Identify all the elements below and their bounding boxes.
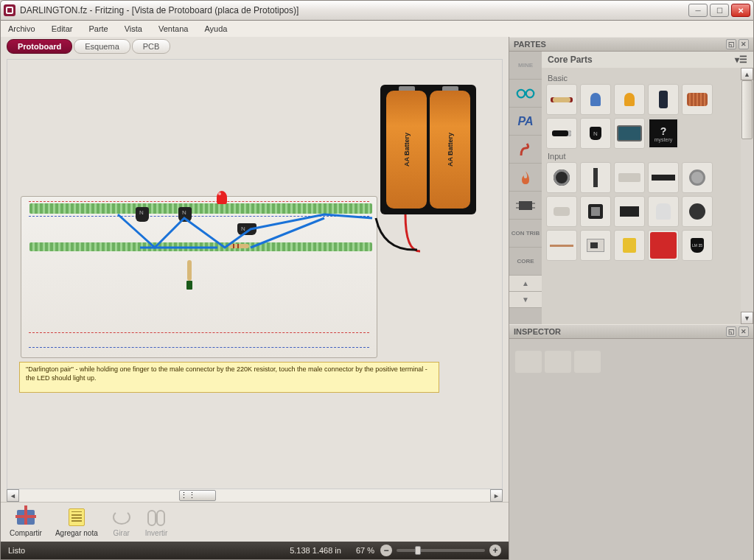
part-encoder[interactable] [546, 162, 577, 193]
part-slide-pot[interactable] [580, 162, 611, 193]
flip-button[interactable]: Invertir [145, 507, 168, 537]
note-icon [69, 508, 85, 526]
view-tabs: Protoboard Esquema PCB [1, 37, 509, 56]
part-lm35[interactable]: LM 35 [682, 230, 713, 261]
window-controls: ─ ☐ ✕ [688, 4, 750, 17]
maximize-button[interactable]: ☐ [710, 4, 729, 17]
breadboard[interactable] [21, 196, 377, 358]
status-text: Listo [8, 546, 25, 555]
menu-bar: Archivo Editar Parte Vista Ventana Ayuda [0, 21, 754, 37]
menu-vista[interactable]: Vista [122, 23, 145, 35]
resistor-220[interactable] [228, 244, 249, 248]
parts-title: Core Parts [548, 55, 593, 65]
minimize-button[interactable]: ─ [688, 4, 708, 17]
part-inductor[interactable] [682, 84, 713, 115]
menu-parte[interactable]: Parte [85, 23, 111, 35]
parts-menu-icon[interactable]: ▾☰ [735, 55, 747, 65]
tab-protoboard[interactable]: Protoboard [7, 39, 72, 54]
zoom-thumb[interactable] [415, 546, 421, 555]
part-electrolytic-cap[interactable] [648, 84, 679, 115]
part-thermistor[interactable] [546, 230, 577, 261]
part-relay[interactable] [580, 230, 611, 261]
part-piezo[interactable] [682, 196, 713, 227]
zoom-in-button[interactable]: + [489, 545, 501, 556]
bin-nav-down[interactable]: ▼ [509, 292, 542, 308]
menu-archivo[interactable]: Archivo [5, 23, 38, 35]
part-battery-clip[interactable] [648, 196, 679, 227]
inspector-slot[interactable] [545, 351, 571, 373]
horizontal-scrollbar[interactable]: ◄ ⋮⋮ ► [7, 489, 503, 502]
panel-dock-button[interactable]: ◱ [726, 39, 736, 49]
scroll-thumb[interactable]: ⋮⋮ [179, 490, 216, 501]
parts-panel-title: PARTES [514, 40, 546, 49]
part-slide-switch[interactable] [614, 162, 645, 193]
bin-arduino[interactable] [509, 80, 542, 108]
tab-esquema[interactable]: Esquema [74, 39, 130, 54]
part-toggle-switch[interactable] [614, 196, 645, 227]
close-button[interactable]: ✕ [731, 4, 750, 17]
parts-title-bar: Core Parts ▾☰ [542, 52, 753, 68]
tie-row-top[interactable] [29, 242, 372, 251]
part-transistor[interactable]: N [580, 118, 611, 149]
part-display[interactable] [614, 118, 645, 149]
part-tilt-switch[interactable] [546, 196, 577, 227]
power-rail-top[interactable] [29, 203, 372, 214]
sticky-note[interactable]: "Darlington pair" - while holding one fi… [19, 362, 439, 393]
connector-male[interactable] [186, 281, 192, 290]
rotate-button[interactable]: Girar [111, 507, 132, 537]
panel-close-button[interactable]: ✕ [739, 39, 749, 49]
share-button[interactable]: Compartir [10, 507, 42, 537]
transistor-1[interactable] [136, 207, 149, 222]
menu-ventana[interactable]: Ventana [156, 23, 191, 35]
bin-mine[interactable]: MINE [509, 52, 542, 80]
flip-icon [147, 510, 165, 525]
scroll-left-button[interactable]: ◄ [7, 489, 19, 502]
zoom-out-button[interactable]: − [380, 545, 392, 556]
menu-editar[interactable]: Editar [49, 23, 76, 35]
inspector-slot[interactable] [574, 351, 601, 373]
inspector-slot[interactable] [515, 351, 542, 373]
add-note-button[interactable]: Agregar nota [55, 507, 98, 537]
scroll-right-button[interactable]: ► [490, 489, 503, 502]
bin-picaxe[interactable] [509, 192, 542, 220]
zoom-text: 67 % [356, 546, 374, 555]
part-pushbutton[interactable] [580, 196, 611, 227]
bin-contrib[interactable]: CON TRIB [509, 220, 542, 248]
led[interactable] [217, 191, 227, 204]
antenna-icon [518, 142, 533, 157]
bin-sparkfun[interactable] [509, 136, 542, 164]
bin-parallax[interactable]: PA [509, 108, 542, 136]
part-ceramic-cap[interactable] [580, 84, 611, 115]
status-bar: Listo 5.138 1.468 in 67 % − + [1, 542, 509, 559]
part-diode[interactable] [546, 118, 577, 149]
bin-core[interactable]: CORE [509, 248, 542, 276]
part-breakout-red[interactable] [648, 230, 679, 261]
inspector-close-button[interactable]: ✕ [739, 326, 749, 337]
part-rotary-knob[interactable] [682, 162, 713, 193]
bin-nav-up[interactable]: ▲ [509, 276, 542, 292]
scroll-track[interactable]: ⋮⋮ [19, 489, 490, 502]
ic-chip[interactable] [237, 223, 256, 235]
scroll-thumb-v[interactable] [741, 80, 753, 139]
scroll-down-button[interactable]: ▼ [741, 312, 753, 324]
menu-ayuda[interactable]: Ayuda [201, 23, 230, 35]
part-tantalum-cap[interactable] [614, 84, 645, 115]
scroll-track-v[interactable] [741, 80, 753, 312]
transistor-2[interactable] [178, 207, 192, 222]
part-yellow-connector[interactable] [614, 230, 645, 261]
canvas[interactable]: AA Battery AA Battery "Darlington pair" … [7, 59, 503, 489]
title-bar: DARLINGTON.fz - Fritzing - [Vista de Pro… [0, 0, 754, 21]
zoom-slider[interactable] [397, 549, 485, 552]
bin-fire[interactable] [509, 164, 542, 192]
note-text: "Darlington pair" - while holding one fi… [26, 365, 427, 382]
part-pin-header[interactable] [648, 162, 679, 193]
battery-pack[interactable]: AA Battery AA Battery [380, 85, 476, 214]
inspector-dock-button[interactable]: ◱ [726, 326, 736, 337]
resistor-220k[interactable] [187, 260, 192, 281]
scroll-up-button[interactable]: ▲ [741, 68, 753, 80]
window-title: DARLINGTON.fz - Fritzing - [Vista de Pro… [20, 5, 688, 15]
part-resistor[interactable] [546, 84, 577, 115]
part-mystery[interactable]: ?mystery [648, 118, 679, 149]
tab-pcb[interactable]: PCB [132, 39, 171, 54]
parts-vertical-scrollbar[interactable]: ▲ ▼ [741, 68, 753, 324]
